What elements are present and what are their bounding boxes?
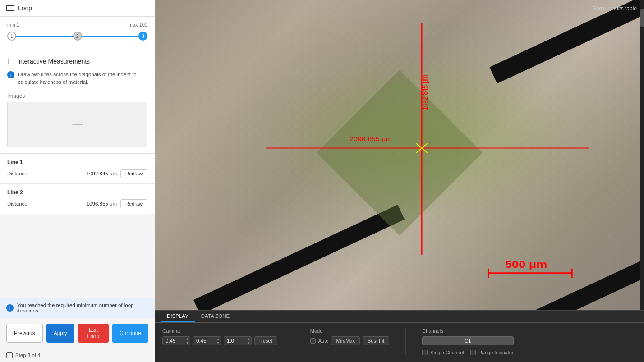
info-icon: i [7, 71, 14, 78]
gamma-arrows-2: ▲ ▼ [216, 336, 220, 345]
bottom-panel: DISPLAY DATA ZONE Gamma ▲ ▼ [155, 310, 644, 362]
channels-group: Channels C1 Single Channel Range Indicat… [422, 328, 513, 355]
single-channel-label: Single Channel [430, 350, 464, 355]
slider-dot-1[interactable]: 1 [7, 32, 16, 41]
line-1-section: Line 1 Distance 1092.845 μm Redraw [0, 154, 155, 184]
bestfit-button[interactable]: Best Fit [363, 336, 389, 345]
divider-1 [294, 328, 294, 355]
scrollbar-side[interactable] [640, 0, 644, 310]
slider-dot-2[interactable]: 2 [73, 32, 82, 41]
slider-dots: 1 2 3 [7, 32, 147, 41]
mode-group: Mode Auto Min/Max Best Fit [310, 328, 390, 345]
range-indicator-checkbox[interactable] [470, 350, 476, 355]
line-2-value-group: 1096.855 μm Redraw [87, 199, 147, 208]
range-indicator-label: Range Indicator [478, 350, 514, 355]
gamma-arrows-3: ▲ ▼ [247, 336, 251, 345]
mode-row: Auto Min/Max Best Fit [310, 336, 390, 345]
single-channel-checkbox[interactable] [422, 350, 428, 355]
images-label: Images [7, 93, 147, 99]
tab-display[interactable]: DISPLAY [161, 311, 195, 322]
apply-button[interactable]: Apply [46, 324, 74, 343]
channels-label: Channels [422, 328, 513, 334]
gamma-input-3-wrapper: ▲ ▼ [224, 336, 252, 345]
line-2-section: Line 2 Distance 1096.855 μm Redraw [0, 184, 155, 214]
step-icon [6, 352, 13, 358]
gamma-input-2-wrapper: ▲ ▼ [193, 336, 221, 345]
exit-loop-button[interactable]: Exit Loop [78, 324, 109, 343]
gamma-down-3[interactable]: ▼ [247, 341, 251, 345]
gamma-row: ▲ ▼ ▲ ▼ [162, 336, 277, 345]
gamma-down-2[interactable]: ▼ [216, 341, 220, 345]
continue-button[interactable]: Continue [112, 324, 148, 343]
measure-icon: ⊢ [7, 57, 14, 65]
left-panel: Loop min 1 max 100 1 2 [0, 0, 155, 362]
gamma-up-2[interactable]: ▲ [216, 337, 220, 341]
line-2-distance-label: Distance [7, 201, 28, 206]
slider-track-container[interactable]: 1 2 3 [7, 29, 147, 43]
line-2-title: Line 2 [7, 189, 147, 196]
line-1-title: Line 1 [7, 159, 147, 165]
status-bar: i You reached the required minimum numbe… [0, 298, 155, 318]
gamma-up-3[interactable]: ▲ [247, 337, 251, 341]
previous-button[interactable]: Previous [6, 324, 43, 343]
loop-icon [6, 5, 14, 11]
line-1-distance-label: Distance [7, 171, 28, 176]
c1-channel-button[interactable]: C1 [422, 336, 513, 345]
measurements-title: ⊢ Interactive Measurements [7, 57, 147, 65]
bottom-tabs: DISPLAY DATA ZONE [155, 311, 644, 323]
line-2-redraw-button[interactable]: Redraw [120, 199, 147, 208]
single-channel-row: Single Channel [422, 350, 464, 355]
action-buttons: Previous Apply Exit Loop Continue [0, 318, 155, 348]
step-indicator: Step 3 of 4 [0, 348, 155, 362]
status-info-icon: i [6, 304, 14, 312]
slider-min-label: min 1 [7, 22, 19, 27]
svg-text:2096.855 μm: 2096.855 μm [350, 136, 392, 142]
auto-label: Auto [318, 338, 329, 344]
reset-button[interactable]: Reset [254, 336, 277, 345]
show-results-button[interactable]: Show results table [593, 5, 637, 12]
loop-header: Loop [0, 0, 155, 17]
gamma-input-1-wrapper: ▲ ▼ [162, 336, 190, 345]
auto-checkbox-row: Auto [310, 338, 329, 344]
line-2-distance-value: 1096.855 μm [87, 201, 117, 206]
line-1-row: Distance 1092.845 μm Redraw [7, 169, 147, 178]
line-2-row: Distance 1096.855 μm Redraw [7, 199, 147, 208]
slider-max-label: max 100 [129, 22, 147, 27]
mode-label: Mode [310, 328, 390, 334]
auto-checkbox[interactable] [310, 338, 316, 344]
step-label: Step 3 of 4 [15, 353, 41, 358]
status-text: You reached the required minimum number … [17, 302, 148, 313]
gamma-label: Gamma [162, 328, 277, 334]
svg-text:1092.845 μm: 1092.845 μm [421, 75, 428, 110]
measurements-section: ⊢ Interactive Measurements i Draw two li… [0, 50, 155, 154]
gamma-group: Gamma ▲ ▼ ▲ [162, 328, 277, 345]
info-row: i Draw two lines across the diagonals of… [7, 71, 147, 87]
loop-title: Loop [18, 5, 32, 12]
right-column: 1092.845 μm 2096.855 μm 500 μm Show resu… [155, 0, 644, 362]
bottom-content: Gamma ▲ ▼ ▲ [155, 323, 644, 361]
line-1-value-group: 1092.845 μm Redraw [87, 169, 147, 178]
minmax-button[interactable]: Min/Max [331, 336, 360, 345]
divider-2 [405, 328, 406, 355]
loop-slider-section: min 1 max 100 1 2 3 [0, 17, 155, 50]
spacer [0, 214, 155, 298]
channel-options: Single Channel Range Indicator [422, 350, 513, 355]
measurement-overlay: 1092.845 μm 2096.855 μm 500 μm [155, 0, 644, 310]
slider-dot-3[interactable]: 3 [138, 32, 147, 41]
tab-data-zone[interactable]: DATA ZONE [195, 311, 236, 322]
gamma-arrows-1: ▲ ▼ [185, 336, 189, 345]
image-placeholder-bar [72, 124, 83, 125]
slider-labels: min 1 max 100 [7, 22, 147, 27]
svg-text:500 μm: 500 μm [505, 258, 547, 270]
line-1-distance-value: 1092.845 μm [87, 171, 117, 176]
scrollbar-thumb[interactable] [640, 9, 644, 27]
microscope-image-bg: 1092.845 μm 2096.855 μm 500 μm [155, 0, 644, 310]
image-placeholder [7, 102, 147, 147]
range-indicator-row: Range Indicator [470, 350, 514, 355]
gamma-down-1[interactable]: ▼ [185, 341, 189, 345]
line-1-redraw-button[interactable]: Redraw [120, 169, 147, 178]
gamma-up-1[interactable]: ▲ [185, 337, 189, 341]
center-image-area: 1092.845 μm 2096.855 μm 500 μm Show resu… [155, 0, 644, 310]
